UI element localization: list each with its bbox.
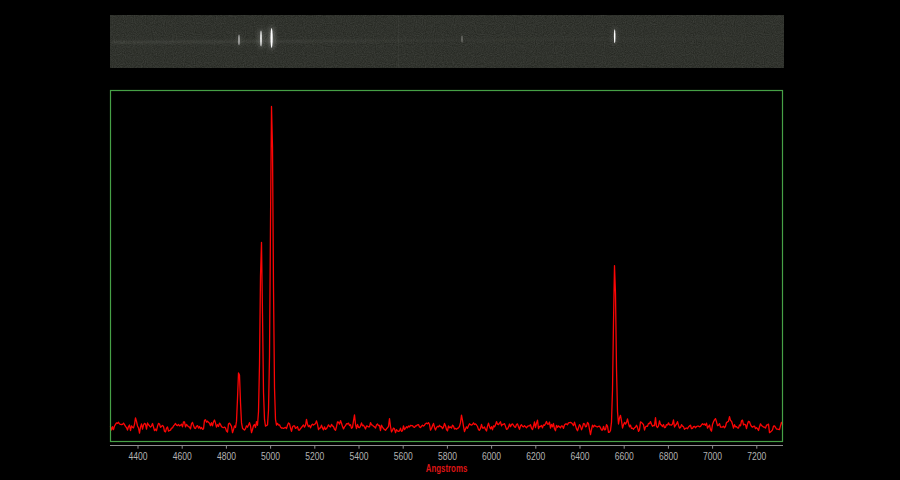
svg-text:6400: 6400 — [571, 451, 590, 462]
svg-text:7200: 7200 — [747, 451, 766, 462]
svg-text:5200: 5200 — [305, 451, 324, 462]
svg-text:4600: 4600 — [173, 451, 192, 462]
svg-text:6800: 6800 — [659, 451, 678, 462]
svg-text:4400: 4400 — [129, 451, 148, 462]
svg-text:4800: 4800 — [217, 451, 236, 462]
svg-text:Angstroms: Angstroms — [426, 462, 468, 474]
svg-text:7000: 7000 — [703, 451, 722, 462]
svg-text:5800: 5800 — [438, 451, 457, 462]
svg-text:5600: 5600 — [394, 451, 413, 462]
svg-text:5000: 5000 — [261, 451, 280, 462]
svg-text:6600: 6600 — [615, 451, 634, 462]
svg-text:5400: 5400 — [350, 451, 369, 462]
svg-text:6000: 6000 — [482, 451, 501, 462]
svg-text:6200: 6200 — [526, 451, 545, 462]
